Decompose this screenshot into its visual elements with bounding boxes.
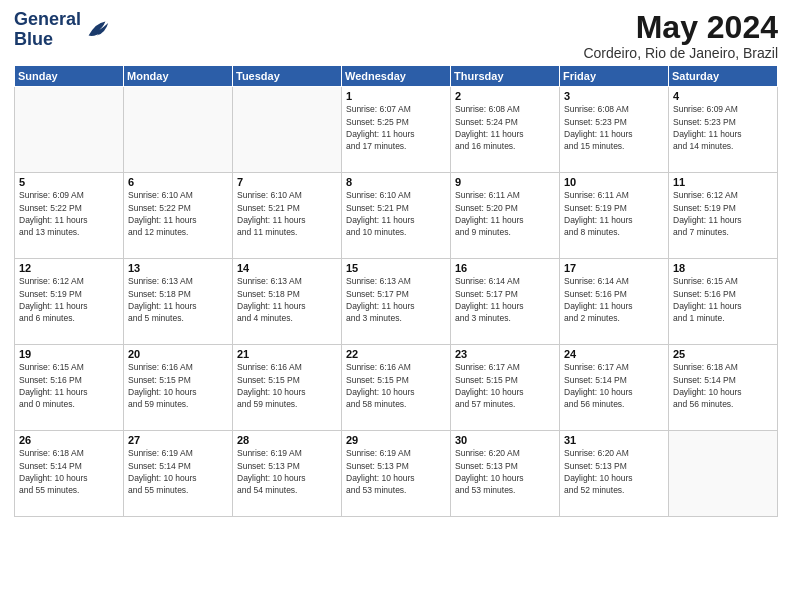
- calendar-cell: 18Sunrise: 6:15 AM Sunset: 5:16 PM Dayli…: [669, 259, 778, 345]
- calendar-cell: 22Sunrise: 6:16 AM Sunset: 5:15 PM Dayli…: [342, 345, 451, 431]
- day-info: Sunrise: 6:19 AM Sunset: 5:13 PM Dayligh…: [346, 447, 446, 496]
- calendar-week-1: 1Sunrise: 6:07 AM Sunset: 5:25 PM Daylig…: [15, 87, 778, 173]
- calendar-cell: 23Sunrise: 6:17 AM Sunset: 5:15 PM Dayli…: [451, 345, 560, 431]
- day-number: 13: [128, 262, 228, 274]
- calendar-cell: 28Sunrise: 6:19 AM Sunset: 5:13 PM Dayli…: [233, 431, 342, 517]
- day-number: 29: [346, 434, 446, 446]
- calendar-week-3: 12Sunrise: 6:12 AM Sunset: 5:19 PM Dayli…: [15, 259, 778, 345]
- calendar-week-2: 5Sunrise: 6:09 AM Sunset: 5:22 PM Daylig…: [15, 173, 778, 259]
- day-info: Sunrise: 6:10 AM Sunset: 5:21 PM Dayligh…: [346, 189, 446, 238]
- logo-text: General Blue: [14, 10, 81, 50]
- day-number: 24: [564, 348, 664, 360]
- day-number: 17: [564, 262, 664, 274]
- col-thursday: Thursday: [451, 66, 560, 87]
- col-sunday: Sunday: [15, 66, 124, 87]
- calendar-cell: 8Sunrise: 6:10 AM Sunset: 5:21 PM Daylig…: [342, 173, 451, 259]
- day-info: Sunrise: 6:17 AM Sunset: 5:15 PM Dayligh…: [455, 361, 555, 410]
- day-number: 3: [564, 90, 664, 102]
- day-number: 6: [128, 176, 228, 188]
- col-friday: Friday: [560, 66, 669, 87]
- calendar-cell: 20Sunrise: 6:16 AM Sunset: 5:15 PM Dayli…: [124, 345, 233, 431]
- calendar-cell: 19Sunrise: 6:15 AM Sunset: 5:16 PM Dayli…: [15, 345, 124, 431]
- day-info: Sunrise: 6:13 AM Sunset: 5:17 PM Dayligh…: [346, 275, 446, 324]
- location: Cordeiro, Rio de Janeiro, Brazil: [583, 45, 778, 61]
- day-number: 12: [19, 262, 119, 274]
- day-number: 7: [237, 176, 337, 188]
- day-info: Sunrise: 6:11 AM Sunset: 5:20 PM Dayligh…: [455, 189, 555, 238]
- day-number: 23: [455, 348, 555, 360]
- calendar-cell: [669, 431, 778, 517]
- col-tuesday: Tuesday: [233, 66, 342, 87]
- calendar-cell: 13Sunrise: 6:13 AM Sunset: 5:18 PM Dayli…: [124, 259, 233, 345]
- calendar-cell: [233, 87, 342, 173]
- day-number: 19: [19, 348, 119, 360]
- day-info: Sunrise: 6:08 AM Sunset: 5:23 PM Dayligh…: [564, 103, 664, 152]
- day-number: 28: [237, 434, 337, 446]
- calendar-cell: 5Sunrise: 6:09 AM Sunset: 5:22 PM Daylig…: [15, 173, 124, 259]
- day-info: Sunrise: 6:16 AM Sunset: 5:15 PM Dayligh…: [237, 361, 337, 410]
- calendar-cell: 1Sunrise: 6:07 AM Sunset: 5:25 PM Daylig…: [342, 87, 451, 173]
- title-block: May 2024 Cordeiro, Rio de Janeiro, Brazi…: [583, 10, 778, 61]
- calendar-cell: 31Sunrise: 6:20 AM Sunset: 5:13 PM Dayli…: [560, 431, 669, 517]
- day-number: 21: [237, 348, 337, 360]
- day-info: Sunrise: 6:12 AM Sunset: 5:19 PM Dayligh…: [673, 189, 773, 238]
- calendar-cell: [15, 87, 124, 173]
- day-info: Sunrise: 6:19 AM Sunset: 5:14 PM Dayligh…: [128, 447, 228, 496]
- day-info: Sunrise: 6:07 AM Sunset: 5:25 PM Dayligh…: [346, 103, 446, 152]
- calendar-cell: 2Sunrise: 6:08 AM Sunset: 5:24 PM Daylig…: [451, 87, 560, 173]
- day-info: Sunrise: 6:08 AM Sunset: 5:24 PM Dayligh…: [455, 103, 555, 152]
- calendar-cell: 17Sunrise: 6:14 AM Sunset: 5:16 PM Dayli…: [560, 259, 669, 345]
- day-number: 8: [346, 176, 446, 188]
- calendar-cell: 24Sunrise: 6:17 AM Sunset: 5:14 PM Dayli…: [560, 345, 669, 431]
- day-number: 26: [19, 434, 119, 446]
- calendar-cell: 9Sunrise: 6:11 AM Sunset: 5:20 PM Daylig…: [451, 173, 560, 259]
- col-wednesday: Wednesday: [342, 66, 451, 87]
- day-info: Sunrise: 6:11 AM Sunset: 5:19 PM Dayligh…: [564, 189, 664, 238]
- day-number: 4: [673, 90, 773, 102]
- calendar-cell: 4Sunrise: 6:09 AM Sunset: 5:23 PM Daylig…: [669, 87, 778, 173]
- calendar-header-row: Sunday Monday Tuesday Wednesday Thursday…: [15, 66, 778, 87]
- header: General Blue May 2024 Cordeiro, Rio de J…: [14, 10, 778, 61]
- day-info: Sunrise: 6:18 AM Sunset: 5:14 PM Dayligh…: [673, 361, 773, 410]
- calendar-cell: 15Sunrise: 6:13 AM Sunset: 5:17 PM Dayli…: [342, 259, 451, 345]
- col-monday: Monday: [124, 66, 233, 87]
- day-number: 20: [128, 348, 228, 360]
- day-info: Sunrise: 6:16 AM Sunset: 5:15 PM Dayligh…: [346, 361, 446, 410]
- calendar-cell: 6Sunrise: 6:10 AM Sunset: 5:22 PM Daylig…: [124, 173, 233, 259]
- calendar-cell: 3Sunrise: 6:08 AM Sunset: 5:23 PM Daylig…: [560, 87, 669, 173]
- day-info: Sunrise: 6:14 AM Sunset: 5:17 PM Dayligh…: [455, 275, 555, 324]
- day-number: 14: [237, 262, 337, 274]
- calendar-cell: 10Sunrise: 6:11 AM Sunset: 5:19 PM Dayli…: [560, 173, 669, 259]
- day-number: 5: [19, 176, 119, 188]
- day-info: Sunrise: 6:10 AM Sunset: 5:22 PM Dayligh…: [128, 189, 228, 238]
- calendar-cell: 7Sunrise: 6:10 AM Sunset: 5:21 PM Daylig…: [233, 173, 342, 259]
- day-number: 16: [455, 262, 555, 274]
- day-info: Sunrise: 6:15 AM Sunset: 5:16 PM Dayligh…: [673, 275, 773, 324]
- day-number: 11: [673, 176, 773, 188]
- day-info: Sunrise: 6:19 AM Sunset: 5:13 PM Dayligh…: [237, 447, 337, 496]
- calendar-cell: 27Sunrise: 6:19 AM Sunset: 5:14 PM Dayli…: [124, 431, 233, 517]
- day-info: Sunrise: 6:15 AM Sunset: 5:16 PM Dayligh…: [19, 361, 119, 410]
- calendar-cell: 16Sunrise: 6:14 AM Sunset: 5:17 PM Dayli…: [451, 259, 560, 345]
- day-number: 25: [673, 348, 773, 360]
- calendar-cell: 30Sunrise: 6:20 AM Sunset: 5:13 PM Dayli…: [451, 431, 560, 517]
- calendar-week-5: 26Sunrise: 6:18 AM Sunset: 5:14 PM Dayli…: [15, 431, 778, 517]
- day-number: 15: [346, 262, 446, 274]
- day-info: Sunrise: 6:13 AM Sunset: 5:18 PM Dayligh…: [237, 275, 337, 324]
- day-info: Sunrise: 6:09 AM Sunset: 5:23 PM Dayligh…: [673, 103, 773, 152]
- day-info: Sunrise: 6:16 AM Sunset: 5:15 PM Dayligh…: [128, 361, 228, 410]
- col-saturday: Saturday: [669, 66, 778, 87]
- logo-bird-icon: [83, 16, 111, 44]
- calendar-cell: 21Sunrise: 6:16 AM Sunset: 5:15 PM Dayli…: [233, 345, 342, 431]
- calendar-cell: [124, 87, 233, 173]
- logo: General Blue: [14, 10, 111, 50]
- day-info: Sunrise: 6:13 AM Sunset: 5:18 PM Dayligh…: [128, 275, 228, 324]
- logo-line1: General: [14, 9, 81, 29]
- day-info: Sunrise: 6:12 AM Sunset: 5:19 PM Dayligh…: [19, 275, 119, 324]
- day-info: Sunrise: 6:10 AM Sunset: 5:21 PM Dayligh…: [237, 189, 337, 238]
- day-info: Sunrise: 6:18 AM Sunset: 5:14 PM Dayligh…: [19, 447, 119, 496]
- day-number: 31: [564, 434, 664, 446]
- day-number: 27: [128, 434, 228, 446]
- month-title: May 2024: [583, 10, 778, 45]
- day-number: 18: [673, 262, 773, 274]
